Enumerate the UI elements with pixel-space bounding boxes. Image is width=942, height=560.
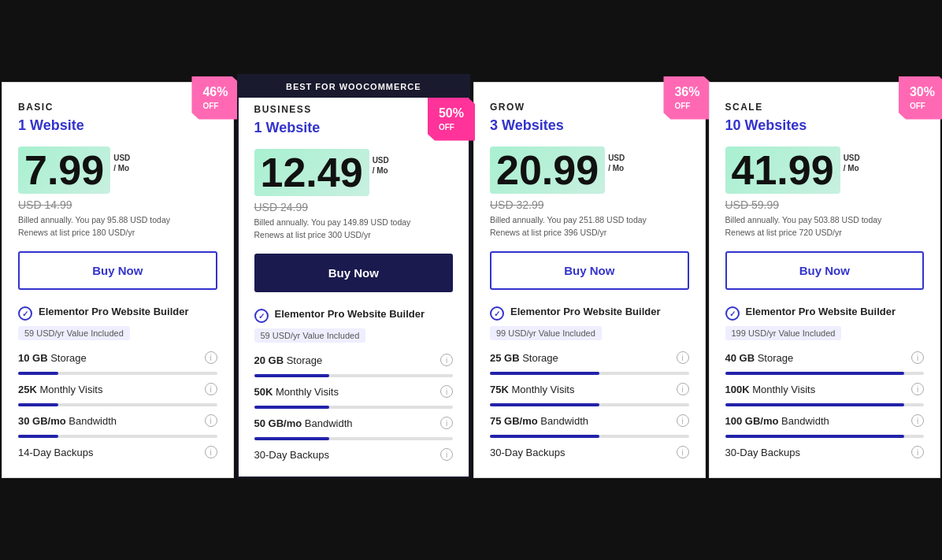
bandwidth-row: 30 GB/mo Bandwidth i: [18, 414, 217, 427]
visits-info-icon[interactable]: i: [440, 385, 453, 398]
buy-now-button[interactable]: Buy Now: [18, 251, 217, 290]
visits-row: 100K Monthly Visits i: [725, 383, 925, 395]
visits-label: 50K Monthly Visits: [254, 386, 339, 398]
storage-progress: [725, 372, 925, 375]
elementor-feature: Elementor Pro Website Builder 199 USD/yr…: [725, 306, 925, 340]
storage-label: 10 GB Storage: [18, 352, 87, 364]
check-icon: [18, 306, 32, 321]
plan-name: BASIC: [18, 102, 217, 113]
price-unit: USD/ Mo: [844, 153, 860, 173]
elementor-label: Elementor Pro Website Builder: [275, 308, 425, 320]
plan-card-scale: 30% OFF SCALE10 Websites 41.99 USD/ Mo U…: [709, 82, 941, 479]
backups-label: 30-Day Backups: [490, 447, 565, 458]
elementor-value: 99 USD/yr Value Included: [490, 326, 602, 340]
backups-label: 30-Day Backups: [254, 449, 329, 461]
bandwidth-info-icon[interactable]: i: [911, 414, 924, 427]
price-note: Billed annually. You pay 95.88 USD today…: [18, 214, 217, 239]
backups-row: 30-Day Backups i: [725, 446, 925, 458]
price-main: 20.99: [490, 146, 605, 194]
bandwidth-info-icon[interactable]: i: [205, 414, 217, 427]
price-main: 7.99: [18, 146, 110, 194]
bandwidth-label: 100 GB/mo Bandwidth: [725, 415, 829, 427]
price-row: 12.49 USD/ Mo: [254, 149, 454, 196]
storage-row: 10 GB Storage i: [18, 351, 217, 364]
elementor-feature: Elementor Pro Website Builder 99 USD/yr …: [490, 306, 689, 340]
visits-info-icon[interactable]: i: [205, 383, 217, 395]
price-main: 12.49: [254, 149, 369, 196]
visits-row: 75K Monthly Visits i: [490, 383, 689, 395]
buy-now-button[interactable]: Buy Now: [490, 251, 689, 290]
visits-info-icon[interactable]: i: [677, 383, 689, 395]
visits-row: 50K Monthly Visits i: [254, 385, 454, 398]
storage-row: 20 GB Storage i: [254, 354, 454, 366]
plan-card-business: BEST FOR WOOCOMMERCE 50% OFF BUSINESS1 W…: [237, 74, 471, 479]
plans-container: 46% OFF BASIC1 Website 7.99 USD/ Mo USD …: [0, 74, 942, 487]
plan-websites: 1 Website: [18, 117, 217, 134]
plan-name: SCALE: [725, 102, 925, 113]
bandwidth-info-icon[interactable]: i: [677, 414, 689, 427]
backups-row: 30-Day Backups i: [254, 448, 454, 461]
bandwidth-progress: [254, 437, 454, 440]
storage-info-icon[interactable]: i: [911, 351, 924, 364]
storage-progress: [490, 372, 689, 375]
visits-info-icon[interactable]: i: [911, 383, 924, 395]
storage-label: 20 GB Storage: [254, 354, 323, 366]
visits-label: 25K Monthly Visits: [18, 384, 102, 395]
backups-info-icon[interactable]: i: [205, 446, 217, 458]
plan-websites: 1 Website: [254, 120, 454, 136]
bandwidth-progress: [18, 435, 217, 438]
backups-row: 14-Day Backups i: [18, 446, 217, 458]
buy-now-button[interactable]: Buy Now: [725, 251, 925, 290]
price-original: USD 14.99: [18, 198, 217, 211]
visits-label: 75K Monthly Visits: [490, 384, 574, 395]
visits-label: 100K Monthly Visits: [725, 384, 816, 395]
storage-info-icon[interactable]: i: [205, 351, 217, 364]
storage-progress: [18, 372, 217, 375]
best-badge: BEST FOR WOOCOMMERCE: [239, 76, 469, 98]
price-row: 20.99 USD/ Mo: [490, 146, 689, 194]
backups-row: 30-Day Backups i: [490, 446, 689, 458]
backups-info-icon[interactable]: i: [677, 446, 689, 458]
discount-badge: 30% OFF: [899, 76, 942, 120]
storage-row: 40 GB Storage i: [725, 351, 925, 364]
bandwidth-progress: [490, 435, 689, 438]
price-original: USD 24.99: [254, 201, 454, 213]
backups-info-icon[interactable]: i: [440, 448, 453, 461]
backups-label: 14-Day Backups: [18, 447, 93, 458]
visits-progress: [254, 406, 454, 409]
storage-progress: [254, 374, 454, 377]
price-main: 41.99: [725, 146, 840, 194]
price-unit: USD/ Mo: [113, 153, 130, 173]
bandwidth-row: 75 GB/mo Bandwidth i: [490, 414, 689, 427]
check-icon: [725, 306, 740, 321]
backups-info-icon[interactable]: i: [911, 446, 924, 458]
price-row: 7.99 USD/ Mo: [18, 146, 217, 194]
price-unit: USD/ Mo: [608, 153, 625, 173]
bandwidth-row: 50 GB/mo Bandwidth i: [254, 417, 454, 429]
bandwidth-label: 50 GB/mo Bandwidth: [254, 417, 353, 429]
bandwidth-row: 100 GB/mo Bandwidth i: [725, 414, 925, 427]
elementor-label: Elementor Pro Website Builder: [510, 306, 660, 317]
backups-label: 30-Day Backups: [725, 447, 800, 458]
buy-now-button[interactable]: Buy Now: [254, 254, 454, 292]
elementor-label: Elementor Pro Website Builder: [746, 306, 896, 317]
visits-progress: [725, 403, 925, 406]
price-original: USD 59.99: [725, 198, 925, 211]
visits-row: 25K Monthly Visits i: [18, 383, 217, 395]
bandwidth-info-icon[interactable]: i: [440, 417, 453, 429]
bandwidth-label: 75 GB/mo Bandwidth: [490, 415, 588, 427]
plan-card-basic: 46% OFF BASIC1 Website 7.99 USD/ Mo USD …: [2, 82, 234, 479]
discount-badge: 46% OFF: [191, 76, 239, 120]
price-note: Billed annually. You pay 149.89 USD toda…: [254, 217, 454, 242]
storage-row: 25 GB Storage i: [490, 351, 689, 364]
visits-progress: [490, 403, 689, 406]
plan-name: GROW: [490, 102, 689, 113]
discount-badge: 50% OFF: [428, 98, 475, 141]
storage-info-icon[interactable]: i: [677, 351, 689, 364]
storage-info-icon[interactable]: i: [440, 354, 453, 366]
plan-websites: 3 Websites: [490, 117, 689, 134]
price-row: 41.99 USD/ Mo: [725, 146, 925, 194]
elementor-feature: Elementor Pro Website Builder 59 USD/yr …: [18, 306, 217, 340]
bandwidth-progress: [725, 435, 925, 438]
elementor-label: Elementor Pro Website Builder: [39, 306, 188, 317]
